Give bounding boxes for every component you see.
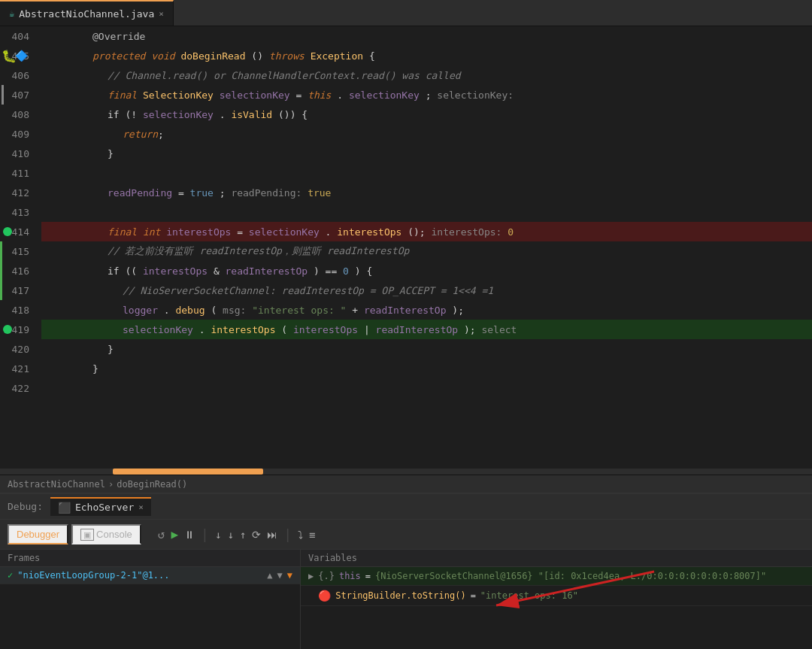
frame-thread-name: "nioEventLoopGroup-2-1"@1... (17, 570, 169, 581)
step-over-icon[interactable]: ↓ (215, 529, 221, 541)
code-line-404: @Override (41, 26, 812, 46)
separator2-icon: | (283, 526, 292, 542)
line-num-420: 420 (0, 339, 35, 359)
line-num-412: 412 (0, 183, 35, 202)
breadcrumb-method: doBeginRead() (117, 479, 187, 490)
line-num-409: 409 (0, 124, 35, 144)
trace-icon[interactable]: ≡ (309, 529, 315, 541)
line-num-411: 411 (0, 163, 35, 183)
debug-toolbar: Debugger ▣Console ↺ ▶ ⏸ | ↓ ↓ ↑ ⟳ ⏭ | ⤵ … (0, 520, 812, 550)
line-num-415: 415 (0, 241, 35, 261)
pause-icon[interactable]: ⏸ (184, 529, 195, 541)
code-line-409: return; (41, 124, 812, 144)
var-eq-2: = (471, 590, 476, 601)
tab-label: AbstractNioChannel.java (19, 8, 154, 20)
code-line-421: } (41, 359, 812, 378)
line-num-418: 418 (0, 300, 35, 320)
code-line-412: readPending = true ; readPending: true (41, 183, 812, 202)
code-line-415: // 若之前没有监听 readInterestOp，则监听 readIntere… (41, 241, 812, 261)
var-expand-icon[interactable]: ▶ (308, 571, 314, 581)
code-line-416: if (( interestOps & readInterestOp ) == … (41, 261, 812, 281)
resume-icon[interactable]: ▶ (171, 527, 178, 541)
session-name: EchoServer (75, 502, 134, 513)
line-num-405: 🐛 🔷 405 (0, 46, 35, 65)
line-num-417: 417 (0, 281, 35, 300)
code-line-406: // Channel.read() or ChannelHandlerConte… (41, 65, 812, 85)
code-line-420: } (41, 339, 812, 359)
tab-bar: ☕ AbstractNioChannel.java × (0, 0, 812, 26)
variables-panel: Variables ▶ {.} this = {NioServerSocketC… (301, 550, 812, 649)
session-icon: ⬛ (58, 502, 71, 514)
frame-up-icon[interactable]: ▲ (267, 570, 272, 581)
code-line-414: final int interestOps = selectionKey . i… (41, 222, 812, 241)
frame-check-icon: ✓ (8, 570, 13, 581)
breadcrumb-class: AbstractNioChannel (8, 479, 105, 490)
tab-debugger[interactable]: Debugger (8, 524, 68, 544)
code-editor: 404 🐛 🔷 405 406 407 408 409 410 411 4 (0, 26, 812, 475)
var-tostring-key: StringBuilder.toString() (335, 590, 465, 601)
var-this-value: {NioServerSocketChannel@1656} "[id: 0x1c… (375, 571, 766, 581)
frame-down-icon[interactable]: ▼ (277, 570, 283, 581)
code-area: 404 🐛 🔷 405 406 407 408 409 410 411 4 (0, 26, 812, 469)
line-num-422: 422 (0, 378, 35, 398)
java-icon: ☕ (9, 8, 14, 19)
console-icon: ▣ (80, 529, 94, 541)
variables-header: Variables (301, 550, 812, 567)
frame-controls: ▲ ▼ ▼ (267, 570, 292, 581)
line-num-404: 404 (0, 26, 35, 46)
line-num-421: 421 (0, 359, 35, 378)
breakpoint-414[interactable] (3, 227, 12, 236)
debug-content: Frames ✓ "nioEventLoopGroup-2-1"@1... ▲ … (0, 550, 812, 649)
code-line-422 (41, 378, 812, 398)
run-cursor-icon[interactable]: ⟳ (252, 529, 261, 541)
line-num-407: 407 (0, 85, 35, 105)
var-brace-icon: {.} (318, 571, 335, 581)
code-line-417: // NioServerSocketChannel: readInterestO… (41, 281, 812, 300)
code-line-410: } (41, 144, 812, 163)
breakpoint-419[interactable] (3, 325, 12, 334)
horizontal-scrollbar[interactable] (0, 469, 812, 475)
code-line-408: if (! selectionKey . isValid ()) { (41, 105, 812, 124)
code-line-419: selectionKey . interestOps ( interestOps… (41, 320, 812, 339)
line-gutter: 404 🐛 🔷 405 406 407 408 409 410 411 4 (0, 26, 41, 469)
debug-top-bar: Debug: ⬛ EchoServer × (0, 494, 812, 520)
breadcrumb-sep: › (108, 479, 114, 490)
rerun-icon[interactable]: ↺ (158, 527, 165, 541)
code-content: @Override protected void doBeginRead () … (41, 26, 812, 469)
var-item-this[interactable]: ▶ {.} this = {NioServerSocketChannel@165… (301, 567, 812, 586)
code-line-405: protected void doBeginRead () throws Exc… (41, 46, 812, 65)
code-line-418: logger . debug ( msg: "interest ops: " +… (41, 300, 812, 320)
file-tab[interactable]: ☕ AbstractNioChannel.java × (0, 0, 174, 26)
code-line-413 (41, 202, 812, 222)
frames-header: Frames (0, 550, 300, 567)
var-tostring-value: "interest ops: 16" (480, 590, 578, 601)
session-close[interactable]: × (138, 502, 144, 512)
evaluate-icon[interactable]: ⤵ (298, 529, 303, 541)
debug-session-tab[interactable]: ⬛ EchoServer × (50, 497, 151, 516)
breadcrumb: AbstractNioChannel › doBeginRead() (0, 475, 812, 493)
debug-label: Debug: (8, 501, 43, 512)
frame-item-1[interactable]: ✓ "nioEventLoopGroup-2-1"@1... ▲ ▼ ▼ (0, 567, 300, 584)
step-out-icon[interactable]: ↑ (240, 529, 246, 541)
line-num-408: 408 (0, 105, 35, 124)
debug-panel: Debug: ⬛ EchoServer × Debugger ▣Console … (0, 493, 812, 649)
frame-filter-icon[interactable]: ▼ (287, 570, 292, 581)
code-line-407: final SelectionKey selectionKey = this .… (41, 85, 812, 105)
scrollbar-thumb[interactable] (113, 469, 263, 475)
separator-icon: | (201, 526, 209, 542)
step-into-icon[interactable]: ↓ (227, 529, 233, 541)
tab-console[interactable]: ▣Console (71, 524, 141, 544)
string-builder-icon: 🔴 (318, 590, 331, 602)
tab-close-button[interactable]: × (159, 9, 164, 19)
code-line-411 (41, 163, 812, 183)
run-statement-icon[interactable]: ⏭ (267, 529, 277, 541)
line-num-410: 410 (0, 144, 35, 163)
var-eq-1: = (365, 571, 371, 581)
line-num-406: 406 (0, 65, 35, 85)
frames-title: Frames (8, 553, 40, 563)
var-this-key: this (339, 571, 361, 581)
var-item-tostring[interactable]: ▶ 🔴 StringBuilder.toString() = "interest… (301, 586, 812, 606)
line-num-414: 414 (0, 222, 35, 241)
variables-title: Variables (308, 553, 357, 563)
line-num-416: 416 (0, 261, 35, 281)
